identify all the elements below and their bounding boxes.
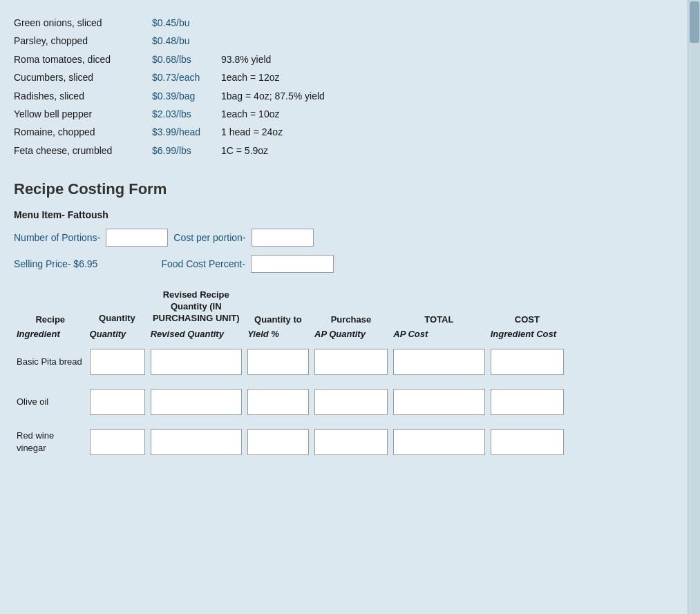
ingredient-row: Yellow bell pepper $2.03/lbs 1each = 10o… [14, 105, 567, 123]
ingredient-row: Green onions, sliced $0.45/bu [14, 14, 567, 32]
revised-quantity-input[interactable] [151, 389, 242, 415]
ingredient-price: $2.03/lbs [152, 106, 221, 122]
col-header-cost: COST [488, 314, 567, 327]
ingredient-cost-input[interactable] [491, 389, 564, 415]
cell-ap-quantity [312, 387, 390, 416]
ingredient-cost-input[interactable] [491, 349, 564, 375]
cell-quantity [87, 387, 148, 416]
ingredient-cost-input[interactable] [491, 429, 564, 455]
ingredient-note: 1each = 12oz [221, 70, 279, 85]
cell-ap-cost [390, 428, 487, 457]
ingredient-price: $0.68/lbs [152, 52, 221, 67]
table-subheader: Ingredient Quantity Revised Quantity Yie… [14, 327, 567, 340]
ap-quantity-input[interactable] [314, 349, 388, 375]
cell-yield [245, 387, 312, 416]
col-header-recipe: Recipe [14, 314, 87, 327]
ap-quantity-input[interactable] [314, 389, 388, 415]
ingredient-note: 93.8% yield [221, 52, 271, 67]
ingredient-name: Yellow bell pepper [14, 106, 152, 122]
recipe-costing-form: Recipe Costing Form Menu Item- Fattoush … [14, 180, 567, 459]
table-header-top: Recipe Quantity Revised Recipe Quantity … [14, 289, 567, 327]
cell-ap-cost [390, 347, 487, 376]
cell-revised-quantity [148, 387, 245, 416]
selling-price-label: Selling Price- $6.95 [14, 258, 97, 269]
ingredient-row: Roma tomatoes, diced $0.68/lbs 93.8% yie… [14, 50, 567, 68]
subh-ingredient-cost: Ingredient Cost [488, 327, 567, 340]
ingredient-row-label: Olive oil [17, 396, 48, 408]
ingredient-row-label: Red wine vinegar [17, 430, 84, 454]
cell-ingredient-cost [488, 347, 567, 376]
ingredient-note: 1bag = 4oz; 87.5% yield [221, 88, 325, 104]
subh-yield: Yield % [245, 327, 312, 340]
table-rows: Basic Pita bread Olive oil [14, 345, 567, 459]
portions-label: Number of Portions- [14, 232, 100, 243]
ingredient-price: $3.99/head [152, 124, 221, 140]
ingredient-price: $0.73/each [152, 70, 221, 85]
cell-ap-quantity [312, 428, 390, 457]
ingredient-name: Parsley, chopped [14, 33, 152, 48]
ingredient-row: Radishes, sliced $0.39/bag 1bag = 4oz; 8… [14, 87, 567, 105]
portions-input[interactable] [106, 229, 168, 247]
subh-revised-quantity: Revised Quantity [148, 327, 245, 340]
page: Green onions, sliced $0.45/bu Parsley, c… [0, 0, 700, 614]
cell-quantity [87, 428, 148, 457]
yield-input[interactable] [247, 349, 309, 375]
menu-item-line: Menu Item- Fattoush [14, 209, 567, 220]
cell-ingredient-name: Olive oil [14, 394, 87, 410]
ingredient-name: Radishes, sliced [14, 88, 152, 104]
ingredient-row-label: Basic Pita bread [17, 356, 82, 368]
revised-quantity-input[interactable] [151, 349, 242, 375]
ingredient-price: $0.48/bu [152, 33, 221, 48]
cost-per-portion-input[interactable] [252, 229, 314, 247]
ingredient-price: $6.99/lbs [152, 143, 221, 158]
ingredient-list: Green onions, sliced $0.45/bu Parsley, c… [14, 14, 567, 160]
cell-ingredient-name: Basic Pita bread [14, 354, 87, 370]
yield-input[interactable] [247, 389, 309, 415]
ingredient-name: Feta cheese, crumbled [14, 143, 152, 158]
cell-ap-cost [390, 387, 487, 416]
cost-per-portion-label: Cost per portion- [173, 232, 245, 243]
table-row: Red wine vinegar [14, 425, 567, 459]
ingredient-row: Parsley, chopped $0.48/bu [14, 32, 567, 50]
quantity-input[interactable] [90, 349, 145, 375]
ingredient-row: Romaine, chopped $3.99/head 1 head = 24o… [14, 123, 567, 141]
ap-cost-input[interactable] [393, 429, 484, 455]
ingredient-name: Green onions, sliced [14, 15, 152, 30]
food-cost-input[interactable] [251, 255, 334, 273]
subh-ingredient: Ingredient [14, 327, 87, 340]
cell-ingredient-cost [488, 428, 567, 457]
table-row: Basic Pita bread [14, 345, 567, 379]
food-cost-label: Food Cost Percent- [161, 258, 245, 269]
revised-quantity-input[interactable] [151, 429, 242, 455]
subh-ap-quantity: AP Quantity [312, 327, 390, 340]
subh-ap-cost: AP Cost [390, 327, 487, 340]
cell-quantity [87, 347, 148, 376]
col-header-total: TOTAL [390, 314, 488, 327]
form-title: Recipe Costing Form [14, 180, 567, 198]
ingredient-row: Feta cheese, crumbled $6.99/lbs 1C = 5.9… [14, 142, 567, 160]
cell-ingredient-name: Red wine vinegar [14, 428, 87, 456]
ingredient-note: 1 head = 24oz [221, 124, 283, 140]
content-area: Green onions, sliced $0.45/bu Parsley, c… [0, 7, 580, 479]
ingredient-row: Cucumbers, sliced $0.73/each 1each = 12o… [14, 68, 567, 86]
col-header-quantity: Quantity [87, 313, 148, 327]
col-header-qty-to: Quantity to [245, 314, 312, 327]
scrollbar[interactable] [688, 0, 700, 614]
col-header-purchase: Purchase [312, 314, 390, 327]
cell-revised-quantity [148, 347, 245, 376]
ingredient-price: $0.39/bag [152, 88, 221, 104]
col-header-revised: Revised Recipe Quantity (IN PURCHASING U… [147, 289, 245, 327]
ingredient-price: $0.45/bu [152, 15, 221, 30]
ingredient-name: Roma tomatoes, diced [14, 52, 152, 67]
quantity-input[interactable] [90, 429, 145, 455]
cell-ap-quantity [312, 347, 390, 376]
quantity-input[interactable] [90, 389, 145, 415]
cell-ingredient-cost [488, 387, 567, 416]
scrollbar-thumb[interactable] [690, 1, 699, 43]
ap-cost-input[interactable] [393, 349, 484, 375]
ap-quantity-input[interactable] [314, 429, 388, 455]
ap-cost-input[interactable] [393, 389, 484, 415]
yield-input[interactable] [247, 429, 309, 455]
ingredient-note: 1each = 10oz [221, 106, 279, 122]
cell-yield [245, 428, 312, 457]
